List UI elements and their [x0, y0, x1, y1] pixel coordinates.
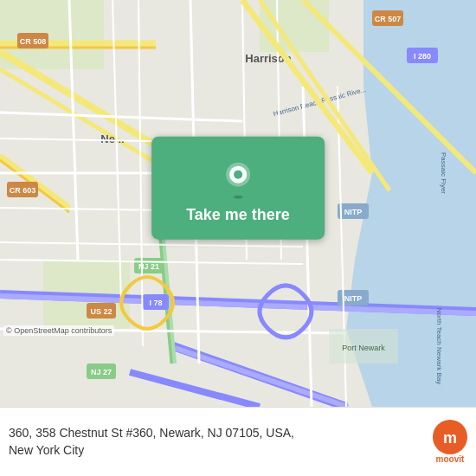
- footer-address: 360, 358 Chestnut St #360, Newark, NJ 07…: [9, 425, 424, 459]
- take-me-there-button[interactable]: Take me there: [151, 137, 325, 240]
- svg-text:North Teach Newark Bay: North Teach Newark Bay: [435, 308, 443, 384]
- address-city: New York City: [9, 443, 84, 457]
- footer: 360, 358 Chestnut St #360, Newark, NJ 07…: [0, 407, 476, 476]
- svg-text:m: m: [443, 429, 457, 447]
- svg-point-67: [234, 196, 242, 199]
- moovit-icon: m: [433, 420, 467, 454]
- svg-text:CR 603: CR 603: [10, 186, 36, 195]
- map-container: NJ 21 I 78 US 22 NJ 27 CR 507 I 280 NITP…: [0, 0, 476, 407]
- svg-text:I 280: I 280: [414, 52, 431, 61]
- svg-text:Ne...: Ne...: [100, 132, 124, 145]
- osm-credit: © OpenStreetMap contributors: [3, 325, 114, 336]
- svg-text:Port Newark: Port Newark: [342, 344, 385, 352]
- svg-text:US 22: US 22: [90, 307, 112, 316]
- svg-text:CR 508: CR 508: [20, 37, 47, 46]
- location-pin-icon: [222, 161, 254, 199]
- moovit-label: moovit: [436, 454, 465, 464]
- svg-marker-2: [363, 156, 476, 407]
- svg-text:NITP: NITP: [344, 208, 363, 216]
- svg-rect-5: [260, 0, 329, 52]
- svg-text:NITP: NITP: [344, 294, 363, 303]
- moovit-logo: m moovit: [433, 420, 467, 464]
- svg-text:I 78: I 78: [149, 299, 162, 307]
- svg-text:Passaic Flyer: Passaic Flyer: [440, 152, 447, 194]
- svg-point-66: [234, 170, 242, 179]
- address-line1: 360, 358 Chestnut St #360, Newark, NJ 07…: [9, 426, 294, 440]
- svg-text:CR 507: CR 507: [375, 15, 402, 23]
- svg-text:NJ 27: NJ 27: [91, 368, 112, 376]
- button-label: Take me there: [186, 206, 290, 224]
